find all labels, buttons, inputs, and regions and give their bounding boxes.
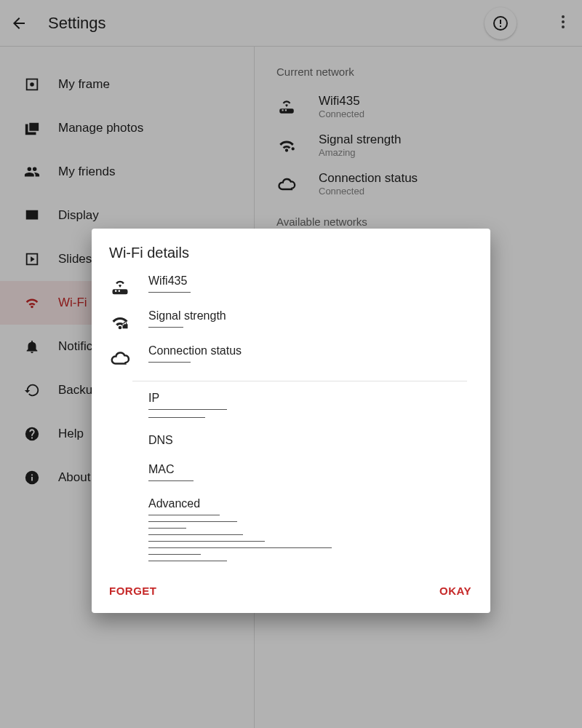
dialog-row-advanced: Advanced [109, 497, 467, 566]
dialog-signal-label: Signal strength [148, 309, 467, 323]
dialog-mac-label: MAC [148, 463, 467, 476]
signal-lock-icon [109, 309, 131, 333]
dialog-row-status: Connection status [109, 344, 467, 369]
dialog-row-ip: IP [109, 392, 467, 422]
router-icon [109, 274, 131, 298]
dialog-ssid-label: Wifi435 [148, 274, 467, 288]
okay-button[interactable]: OKAY [439, 585, 471, 597]
dialog-title: Wi-Fi details [109, 245, 467, 261]
dialog-row-ssid: Wifi435 [109, 274, 467, 298]
dialog-dns-label: DNS [148, 434, 467, 447]
wifi-details-dialog: Wi-Fi details Wifi435 Signal strength Co… [92, 229, 490, 613]
dialog-ip-label: IP [148, 392, 467, 405]
divider [132, 381, 467, 381]
dialog-row-signal: Signal strength [109, 309, 467, 333]
dialog-advanced-label: Advanced [148, 497, 467, 510]
dialog-row-mac: MAC [109, 463, 467, 486]
dialog-status-label: Connection status [148, 344, 467, 357]
cloud-icon [109, 344, 131, 369]
forget-button[interactable]: FORGET [109, 585, 157, 597]
dialog-row-dns: DNS [109, 434, 467, 451]
